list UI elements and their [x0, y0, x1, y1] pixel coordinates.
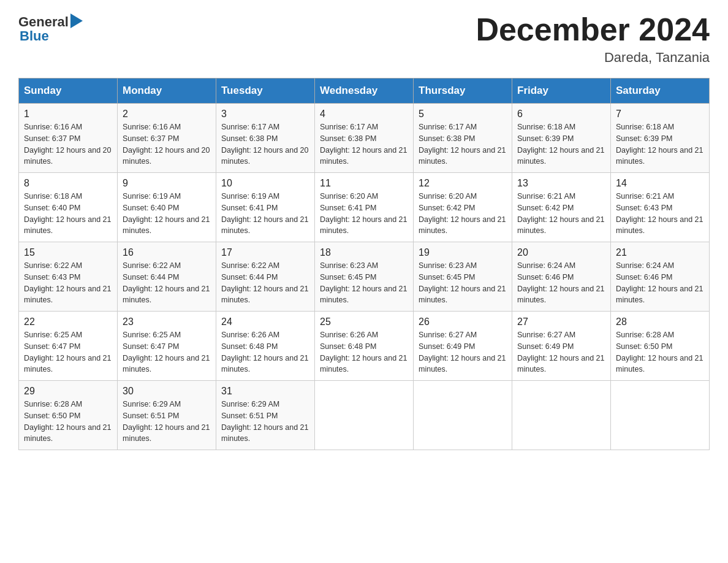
- calendar-day-cell: [512, 381, 611, 450]
- day-number: 16: [123, 247, 211, 258]
- calendar-day-cell: 10 Sunrise: 6:19 AM Sunset: 6:41 PM Dayl…: [216, 173, 315, 242]
- calendar-day-cell: 1 Sunrise: 6:16 AM Sunset: 6:37 PM Dayli…: [19, 104, 118, 173]
- calendar-day-cell: 20 Sunrise: 6:24 AM Sunset: 6:46 PM Dayl…: [512, 242, 611, 312]
- calendar-week-row: 22 Sunrise: 6:25 AM Sunset: 6:47 PM Dayl…: [19, 312, 710, 381]
- calendar-day-cell: 29 Sunrise: 6:28 AM Sunset: 6:50 PM Dayl…: [19, 381, 118, 450]
- calendar-day-cell: 15 Sunrise: 6:22 AM Sunset: 6:43 PM Dayl…: [19, 242, 118, 312]
- day-number: 12: [419, 178, 507, 189]
- calendar-day-cell: 18 Sunrise: 6:23 AM Sunset: 6:45 PM Dayl…: [315, 242, 414, 312]
- day-info: Sunrise: 6:27 AM Sunset: 6:49 PM Dayligh…: [419, 329, 507, 375]
- day-number: 6: [517, 109, 605, 120]
- month-title: December 2024: [476, 12, 710, 47]
- day-info: Sunrise: 6:19 AM Sunset: 6:40 PM Dayligh…: [123, 191, 211, 237]
- day-number: 5: [419, 109, 507, 120]
- calendar-day-cell: 5 Sunrise: 6:17 AM Sunset: 6:38 PM Dayli…: [414, 104, 512, 173]
- calendar-day-cell: [315, 381, 414, 450]
- day-number: 8: [24, 178, 112, 189]
- day-number: 19: [419, 247, 507, 258]
- col-monday: Monday: [118, 79, 216, 104]
- day-number: 29: [24, 386, 112, 397]
- day-info: Sunrise: 6:18 AM Sunset: 6:40 PM Dayligh…: [24, 191, 112, 237]
- day-number: 7: [616, 109, 704, 120]
- day-info: Sunrise: 6:24 AM Sunset: 6:46 PM Dayligh…: [616, 260, 704, 306]
- calendar-day-cell: 6 Sunrise: 6:18 AM Sunset: 6:39 PM Dayli…: [512, 104, 611, 173]
- day-info: Sunrise: 6:16 AM Sunset: 6:37 PM Dayligh…: [24, 121, 112, 167]
- day-info: Sunrise: 6:22 AM Sunset: 6:44 PM Dayligh…: [123, 260, 211, 306]
- calendar-week-row: 1 Sunrise: 6:16 AM Sunset: 6:37 PM Dayli…: [19, 104, 710, 173]
- day-number: 9: [123, 178, 211, 189]
- day-info: Sunrise: 6:23 AM Sunset: 6:45 PM Dayligh…: [320, 260, 408, 306]
- day-info: Sunrise: 6:28 AM Sunset: 6:50 PM Dayligh…: [24, 399, 112, 445]
- svg-marker-0: [70, 13, 83, 28]
- day-info: Sunrise: 6:25 AM Sunset: 6:47 PM Dayligh…: [123, 329, 211, 375]
- day-number: 1: [24, 109, 112, 120]
- calendar-day-cell: 22 Sunrise: 6:25 AM Sunset: 6:47 PM Dayl…: [19, 312, 118, 381]
- calendar-day-cell: 16 Sunrise: 6:22 AM Sunset: 6:44 PM Dayl…: [118, 242, 216, 312]
- calendar-day-cell: 9 Sunrise: 6:19 AM Sunset: 6:40 PM Dayli…: [118, 173, 216, 242]
- calendar-day-cell: 14 Sunrise: 6:21 AM Sunset: 6:43 PM Dayl…: [611, 173, 710, 242]
- day-number: 28: [616, 316, 704, 327]
- calendar-day-cell: 21 Sunrise: 6:24 AM Sunset: 6:46 PM Dayl…: [611, 242, 710, 312]
- calendar-day-cell: 24 Sunrise: 6:26 AM Sunset: 6:48 PM Dayl…: [216, 312, 315, 381]
- day-number: 25: [320, 316, 408, 327]
- col-sunday: Sunday: [19, 79, 118, 104]
- day-number: 31: [221, 386, 309, 397]
- day-info: Sunrise: 6:19 AM Sunset: 6:41 PM Dayligh…: [221, 191, 309, 237]
- logo-triangle-icon: [70, 12, 84, 29]
- calendar-day-cell: 7 Sunrise: 6:18 AM Sunset: 6:39 PM Dayli…: [611, 104, 710, 173]
- col-thursday: Thursday: [414, 79, 512, 104]
- calendar-day-cell: 13 Sunrise: 6:21 AM Sunset: 6:42 PM Dayl…: [512, 173, 611, 242]
- day-number: 27: [517, 316, 605, 327]
- calendar-day-cell: 19 Sunrise: 6:23 AM Sunset: 6:45 PM Dayl…: [414, 242, 512, 312]
- day-info: Sunrise: 6:18 AM Sunset: 6:39 PM Dayligh…: [616, 121, 704, 167]
- calendar-day-cell: [414, 381, 512, 450]
- day-number: 22: [24, 316, 112, 327]
- page-header: General Blue December 2024 Dareda, Tanza…: [18, 12, 710, 66]
- title-section: December 2024 Dareda, Tanzania: [476, 12, 710, 66]
- calendar-day-cell: 12 Sunrise: 6:20 AM Sunset: 6:42 PM Dayl…: [414, 173, 512, 242]
- calendar-day-cell: 17 Sunrise: 6:22 AM Sunset: 6:44 PM Dayl…: [216, 242, 315, 312]
- calendar-day-cell: 27 Sunrise: 6:27 AM Sunset: 6:49 PM Dayl…: [512, 312, 611, 381]
- calendar-header-row: Sunday Monday Tuesday Wednesday Thursday…: [19, 79, 710, 104]
- calendar-table: Sunday Monday Tuesday Wednesday Thursday…: [18, 78, 710, 450]
- calendar-day-cell: 4 Sunrise: 6:17 AM Sunset: 6:38 PM Dayli…: [315, 104, 414, 173]
- day-info: Sunrise: 6:25 AM Sunset: 6:47 PM Dayligh…: [24, 329, 112, 375]
- day-info: Sunrise: 6:22 AM Sunset: 6:44 PM Dayligh…: [221, 260, 309, 306]
- calendar-day-cell: 3 Sunrise: 6:17 AM Sunset: 6:38 PM Dayli…: [216, 104, 315, 173]
- calendar-day-cell: 30 Sunrise: 6:29 AM Sunset: 6:51 PM Dayl…: [118, 381, 216, 450]
- day-number: 30: [123, 386, 211, 397]
- day-number: 10: [221, 178, 309, 189]
- col-saturday: Saturday: [611, 79, 710, 104]
- day-number: 13: [517, 178, 605, 189]
- day-number: 26: [419, 316, 507, 327]
- calendar-day-cell: 28 Sunrise: 6:28 AM Sunset: 6:50 PM Dayl…: [611, 312, 710, 381]
- day-info: Sunrise: 6:28 AM Sunset: 6:50 PM Dayligh…: [616, 329, 704, 375]
- calendar-day-cell: 23 Sunrise: 6:25 AM Sunset: 6:47 PM Dayl…: [118, 312, 216, 381]
- day-number: 20: [517, 247, 605, 258]
- day-info: Sunrise: 6:20 AM Sunset: 6:42 PM Dayligh…: [419, 191, 507, 237]
- day-info: Sunrise: 6:20 AM Sunset: 6:41 PM Dayligh…: [320, 191, 408, 237]
- col-friday: Friday: [512, 79, 611, 104]
- calendar-week-row: 15 Sunrise: 6:22 AM Sunset: 6:43 PM Dayl…: [19, 242, 710, 312]
- day-number: 4: [320, 109, 408, 120]
- calendar-day-cell: 25 Sunrise: 6:26 AM Sunset: 6:48 PM Dayl…: [315, 312, 414, 381]
- col-tuesday: Tuesday: [216, 79, 315, 104]
- day-info: Sunrise: 6:22 AM Sunset: 6:43 PM Dayligh…: [24, 260, 112, 306]
- day-info: Sunrise: 6:16 AM Sunset: 6:37 PM Dayligh…: [123, 121, 211, 167]
- day-number: 18: [320, 247, 408, 258]
- day-number: 2: [123, 109, 211, 120]
- calendar-day-cell: 26 Sunrise: 6:27 AM Sunset: 6:49 PM Dayl…: [414, 312, 512, 381]
- logo-blue-text: Blue: [20, 28, 49, 44]
- calendar-day-cell: 11 Sunrise: 6:20 AM Sunset: 6:41 PM Dayl…: [315, 173, 414, 242]
- day-number: 23: [123, 316, 211, 327]
- day-info: Sunrise: 6:23 AM Sunset: 6:45 PM Dayligh…: [419, 260, 507, 306]
- day-number: 17: [221, 247, 309, 258]
- day-number: 14: [616, 178, 704, 189]
- day-number: 24: [221, 316, 309, 327]
- logo: General Blue: [18, 12, 84, 44]
- day-info: Sunrise: 6:18 AM Sunset: 6:39 PM Dayligh…: [517, 121, 605, 167]
- day-info: Sunrise: 6:27 AM Sunset: 6:49 PM Dayligh…: [517, 329, 605, 375]
- col-wednesday: Wednesday: [315, 79, 414, 104]
- day-info: Sunrise: 6:26 AM Sunset: 6:48 PM Dayligh…: [221, 329, 309, 375]
- day-number: 11: [320, 178, 408, 189]
